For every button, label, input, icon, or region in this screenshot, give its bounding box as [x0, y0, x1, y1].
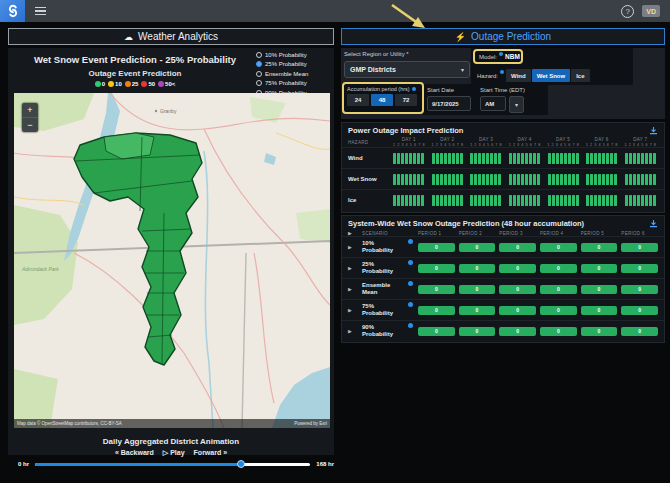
forward-button[interactable]: Forward »	[194, 449, 227, 457]
value-pill[interactable]: 0	[581, 243, 618, 252]
tab-outage-prediction[interactable]: ⚡ Outage Prediction	[341, 28, 665, 45]
row-expand-icon[interactable]: ▶	[348, 286, 358, 292]
value-pill[interactable]: 0	[540, 264, 577, 273]
impact-bar-group[interactable]	[622, 153, 658, 164]
impact-bar-group[interactable]	[545, 174, 581, 185]
info-dot-icon[interactable]	[500, 70, 504, 74]
row-expand-icon[interactable]: ▶	[348, 328, 358, 334]
region-select-dropdown[interactable]: GMP Districts ▾	[344, 61, 470, 78]
expand-all-icon[interactable]: ▶	[348, 230, 358, 236]
info-dot-icon[interactable]	[408, 323, 413, 328]
impact-bar-group[interactable]	[584, 174, 620, 185]
value-pill[interactable]: 0	[499, 243, 536, 252]
value-pill[interactable]: 0	[621, 285, 658, 294]
value-pill[interactable]: 0	[540, 243, 577, 252]
impact-bar-group[interactable]	[468, 195, 504, 206]
impact-bar-group[interactable]	[622, 195, 658, 206]
probability-radio-option[interactable]: Ensemble Mean	[256, 69, 332, 79]
impact-bar	[440, 195, 443, 206]
download-icon[interactable]	[649, 126, 658, 135]
timeline-slider-handle[interactable]	[237, 460, 245, 468]
value-pill[interactable]: 0	[418, 327, 455, 336]
value-pill[interactable]: 0	[418, 243, 455, 252]
impact-bar-group[interactable]	[430, 174, 466, 185]
zoom-in-button[interactable]: +	[22, 103, 38, 117]
row-expand-icon[interactable]: ▶	[348, 265, 358, 271]
impact-bar-group[interactable]	[507, 153, 543, 164]
value-pill[interactable]: 0	[581, 306, 618, 315]
timeline-slider[interactable]	[35, 463, 310, 466]
value-pill[interactable]: 0	[621, 327, 658, 336]
user-avatar[interactable]: VD	[642, 5, 660, 17]
value-pill[interactable]: 0	[621, 264, 658, 273]
tab-weather-analytics[interactable]: ☁ Weather Analytics	[8, 28, 334, 45]
row-expand-icon[interactable]: ▶	[348, 244, 358, 250]
impact-bar-group[interactable]	[622, 174, 658, 185]
impact-bar-group[interactable]	[584, 153, 620, 164]
impact-bar-group[interactable]	[545, 195, 581, 206]
accum-button-48[interactable]: 48	[371, 94, 393, 106]
impact-bar-group[interactable]	[391, 153, 427, 164]
hazard-button-ice[interactable]: Ice	[571, 69, 589, 82]
row-expand-icon[interactable]: ▶	[348, 307, 358, 313]
impact-bar-group[interactable]	[545, 153, 581, 164]
backward-button[interactable]: « Backward	[115, 449, 154, 457]
value-pill[interactable]: 0	[459, 264, 496, 273]
value-pill[interactable]: 0	[418, 264, 455, 273]
hazard-button-wet-snow[interactable]: Wet Snow	[532, 69, 571, 82]
hamburger-menu-icon[interactable]	[35, 7, 46, 16]
value-pill[interactable]: 0	[459, 327, 496, 336]
hazard-button-wind[interactable]: Wind	[506, 69, 531, 82]
value-pill[interactable]: 0	[418, 306, 455, 315]
probability-radio-option[interactable]: 25% Probability	[256, 60, 332, 70]
accum-button-72[interactable]: 72	[395, 94, 417, 106]
impact-bar-group[interactable]	[430, 153, 466, 164]
probability-radio-option[interactable]: 75% Probability	[256, 79, 332, 89]
help-icon[interactable]: ?	[621, 5, 634, 18]
impact-bar-group[interactable]	[430, 195, 466, 206]
outage-map[interactable]: Granby Adirondack Park + − Map data © Op…	[14, 93, 330, 428]
value-pill[interactable]: 0	[581, 327, 618, 336]
download-icon[interactable]	[649, 219, 658, 228]
value-pill[interactable]: 0	[540, 327, 577, 336]
impact-bar-group[interactable]	[468, 153, 504, 164]
app-logo-icon[interactable]	[0, 0, 25, 22]
value-pill[interactable]: 0	[540, 306, 577, 315]
impact-hour-label: 2	[590, 143, 592, 147]
play-button[interactable]: ▷ Play	[163, 449, 185, 457]
info-dot-icon[interactable]	[499, 52, 503, 56]
zoom-out-button[interactable]: −	[22, 118, 38, 132]
impact-bar-group[interactable]	[584, 195, 620, 206]
value-pill[interactable]: 0	[499, 306, 536, 315]
value-pill[interactable]: 0	[621, 306, 658, 315]
value-pill[interactable]: 0	[581, 285, 618, 294]
impact-bar-group[interactable]	[507, 174, 543, 185]
map-park-label: Adirondack Park	[21, 266, 59, 272]
value-pill[interactable]: 0	[459, 243, 496, 252]
info-dot-icon[interactable]	[412, 87, 416, 91]
value-pill[interactable]: 0	[540, 285, 577, 294]
value-pill[interactable]: 0	[581, 264, 618, 273]
info-dot-icon[interactable]	[408, 281, 413, 286]
start-time-value[interactable]: AM	[480, 96, 506, 111]
start-date-input[interactable]: 9/17/2025	[427, 96, 471, 111]
accum-button-24[interactable]: 24	[347, 94, 369, 106]
model-highlight-box: Model: NBM	[473, 49, 523, 64]
impact-bar-group[interactable]	[468, 174, 504, 185]
value-pill[interactable]: 0	[418, 285, 455, 294]
value-pill[interactable]: 0	[459, 306, 496, 315]
value-pill[interactable]: 0	[499, 327, 536, 336]
info-dot-icon[interactable]	[408, 302, 413, 307]
impact-bar-group[interactable]	[507, 195, 543, 206]
impact-bar-group[interactable]	[391, 174, 427, 185]
value-pill[interactable]: 0	[499, 264, 536, 273]
info-dot-icon[interactable]	[408, 260, 413, 265]
value-pill[interactable]: 0	[621, 243, 658, 252]
probability-radio-option[interactable]: 10% Probability	[256, 50, 332, 60]
value-pill[interactable]: 0	[499, 285, 536, 294]
start-time-dropdown-button[interactable]: ▾	[509, 96, 524, 113]
value-pill[interactable]: 0	[459, 285, 496, 294]
info-dot-icon[interactable]	[408, 239, 413, 244]
animation-title: Daily Aggregated District Animation	[8, 437, 334, 446]
impact-bar-group[interactable]	[391, 195, 427, 206]
